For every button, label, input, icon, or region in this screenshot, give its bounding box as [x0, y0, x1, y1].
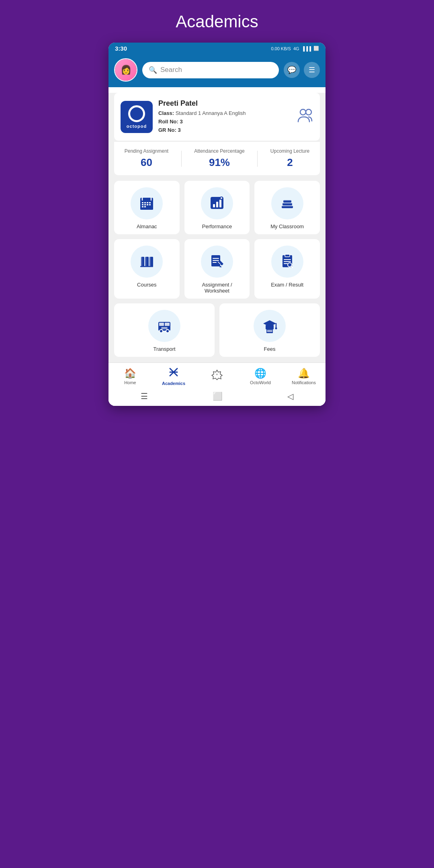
transport-icon-circle [148, 310, 180, 342]
svg-rect-7 [142, 202, 143, 203]
nav-notifications-label: Notifications [292, 380, 316, 385]
grid-item-fees[interactable]: Fees [219, 303, 320, 357]
home-icon: 🏠 [124, 368, 136, 379]
menu-sys-btn[interactable]: ☰ [141, 391, 148, 401]
chat-button[interactable]: 💬 [284, 62, 300, 78]
battery-icon: ⬜ [313, 46, 319, 51]
performance-icon-circle [201, 187, 233, 219]
signal-icon: ▐▐▐ [302, 46, 311, 51]
phone-shell: 3:30 0.00 KB/S 4G ▐▐▐ ⬜ 👩 🔍 Search 💬 ☰ [108, 43, 326, 406]
svg-rect-8 [144, 202, 146, 203]
status-right: 0.00 KB/S 4G ▐▐▐ ⬜ [271, 46, 319, 51]
svg-rect-18 [213, 204, 215, 207]
svg-rect-52 [159, 323, 164, 326]
grid-item-classroom[interactable]: My Classroom [254, 181, 320, 234]
svg-rect-9 [147, 202, 148, 203]
nav-octo-center[interactable]: + [195, 369, 239, 384]
menu-icon: ☰ [309, 66, 315, 74]
globe-icon: 🌐 [254, 368, 266, 379]
svg-rect-27 [283, 203, 292, 204]
svg-rect-53 [165, 323, 170, 326]
bottom-nav: 🏠 Home Academics + [108, 362, 326, 388]
menu-button[interactable]: ☰ [304, 62, 320, 78]
stat-pending-label: Pending Assignment [125, 148, 168, 154]
svg-point-54 [160, 330, 163, 333]
profile-name: Preeti Patel [158, 99, 292, 108]
classroom-label: My Classroom [270, 223, 304, 229]
svg-point-60 [275, 328, 277, 330]
nav-octoworld-label: OctoWorld [250, 380, 271, 385]
grid-item-courses[interactable]: Courses [114, 239, 180, 299]
svg-rect-30 [141, 257, 142, 266]
search-placeholder: Search [160, 66, 182, 74]
nav-home[interactable]: 🏠 Home [108, 368, 152, 385]
octopod-logo: octopod [121, 101, 153, 133]
fees-label: Fees [264, 346, 276, 352]
grid-item-exam[interactable]: Exam / Result [254, 239, 320, 299]
nav-academics[interactable]: Academics [152, 367, 195, 386]
almanac-label: Almanac [137, 223, 157, 229]
svg-rect-13 [147, 204, 148, 205]
stat-divider-1 [181, 151, 182, 167]
svg-rect-16 [144, 206, 146, 207]
svg-rect-61 [266, 329, 273, 333]
svg-text:+: + [216, 373, 218, 377]
svg-rect-11 [142, 204, 143, 205]
fees-icon-circle [254, 310, 286, 342]
assignment-label: Assignment /Worksheet [202, 282, 232, 294]
profile-info: Preeti Patel Class: Standard 1 Annanya A… [158, 99, 292, 134]
grid-item-almanac[interactable]: Almanac [114, 181, 180, 234]
header-icons: 💬 ☰ [284, 62, 320, 78]
grid-item-assignment[interactable]: Assignment /Worksheet [184, 239, 250, 299]
grid-section: Almanac Performance [108, 175, 326, 362]
system-nav: ☰ ⬜ ◁ [108, 388, 326, 406]
performance-label: Performance [202, 223, 232, 229]
transport-label: Transport [153, 346, 175, 352]
search-bar[interactable]: 🔍 Search [142, 62, 279, 78]
svg-point-0 [300, 109, 306, 115]
svg-rect-28 [283, 200, 291, 201]
octopod-ring [128, 105, 145, 122]
courses-label: Courses [137, 282, 156, 288]
avatar-image: 👩 [115, 59, 137, 81]
family-icon[interactable] [297, 108, 313, 126]
classroom-icon-circle [271, 187, 303, 219]
svg-line-50 [291, 266, 293, 268]
almanac-icon-circle [131, 187, 163, 219]
svg-point-22 [221, 197, 222, 199]
svg-rect-35 [140, 266, 153, 267]
grid-item-performance[interactable]: Performance [184, 181, 250, 234]
courses-icon-circle [131, 246, 163, 278]
nav-octoworld[interactable]: 🌐 OctoWorld [239, 368, 282, 385]
class-label: Class: [158, 110, 174, 116]
roll-label: Roll No: [158, 119, 178, 125]
stat-attendance: Attendance Percentage 91% [194, 148, 244, 169]
badge-icon: + [211, 369, 223, 383]
bell-icon: 🔔 [298, 368, 310, 379]
avatar[interactable]: 👩 [114, 58, 137, 82]
stat-divider-2 [257, 151, 258, 167]
home-sys-btn[interactable]: ⬜ [213, 391, 223, 401]
exam-icon-circle [271, 246, 303, 278]
assignment-icon-circle [201, 246, 233, 278]
svg-rect-26 [282, 206, 293, 207]
nav-notifications[interactable]: 🔔 Notifications [282, 368, 326, 385]
status-time: 3:30 [115, 45, 127, 52]
svg-rect-19 [216, 202, 218, 207]
back-sys-btn[interactable]: ◁ [287, 391, 293, 401]
search-icon: 🔍 [149, 66, 157, 74]
nav-home-label: Home [124, 380, 136, 385]
profile-gr: GR No: 3 [158, 126, 292, 135]
grid-item-transport[interactable]: Transport [114, 303, 215, 357]
svg-rect-20 [219, 200, 221, 207]
stats-row: Pending Assignment 60 Attendance Percent… [114, 141, 320, 175]
profile-roll: Roll No: 3 [158, 118, 292, 126]
svg-rect-32 [145, 257, 146, 266]
chat-icon: 💬 [287, 66, 296, 74]
stat-pending: Pending Assignment 60 [125, 148, 168, 169]
svg-rect-34 [150, 257, 151, 266]
feature-grid: Almanac Performance [114, 181, 320, 299]
svg-rect-14 [149, 204, 151, 205]
profile-card: octopod Preeti Patel Class: Standard 1 A… [114, 93, 320, 141]
stat-pending-value: 60 [125, 156, 168, 169]
